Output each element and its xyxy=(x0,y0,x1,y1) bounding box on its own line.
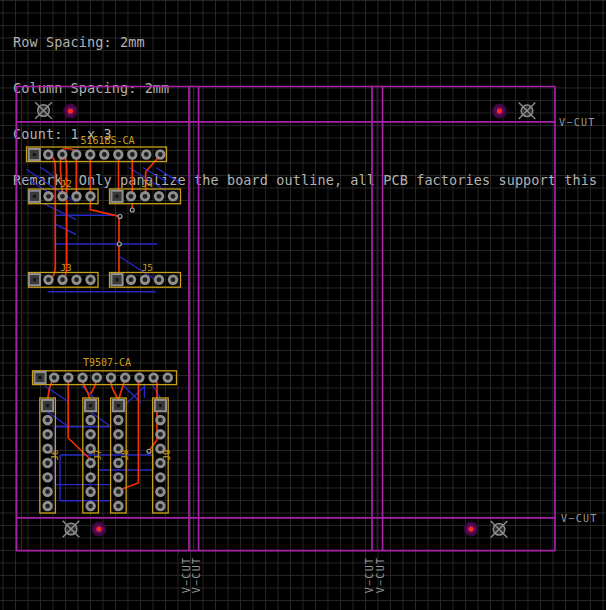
pad-hole xyxy=(144,152,149,157)
pad-hole xyxy=(116,489,121,494)
pad-hole xyxy=(158,152,163,157)
pad-hole xyxy=(137,375,142,380)
pad-hole xyxy=(45,475,50,480)
pad-hole xyxy=(171,194,176,199)
pad-hole xyxy=(157,194,162,199)
pad-hole xyxy=(115,278,119,282)
pad-hole xyxy=(88,432,93,437)
pad-hole xyxy=(115,195,119,199)
pad-hole xyxy=(89,404,93,408)
mounting-hole-center xyxy=(68,108,73,113)
pad-hole xyxy=(88,504,93,509)
component-label-J3[interactable]: J3 xyxy=(60,262,71,273)
pad-hole xyxy=(130,152,135,157)
pad-hole xyxy=(143,277,148,282)
pad-hole xyxy=(102,152,107,157)
trace-top-layer[interactable] xyxy=(90,155,119,280)
via[interactable] xyxy=(147,449,151,453)
component-label-5161BS-CA[interactable]: 5161BS-CA xyxy=(80,135,134,146)
component-label-J7[interactable]: J7 xyxy=(93,450,103,461)
pad-hole xyxy=(46,277,51,282)
via[interactable] xyxy=(130,208,134,212)
pad-hole xyxy=(116,475,121,480)
pad-hole xyxy=(46,152,51,157)
component-label-J8[interactable]: J8 xyxy=(120,450,130,461)
component-label-J5[interactable]: J5 xyxy=(142,262,153,273)
mounting-hole-center xyxy=(497,108,502,113)
pad-hole xyxy=(158,489,163,494)
pad-hole xyxy=(33,153,37,157)
component-label-T9507-CA[interactable]: T9507-CA xyxy=(83,357,131,368)
pad-hole xyxy=(33,278,37,282)
pad-hole xyxy=(129,277,134,282)
trace-bottom-layer[interactable] xyxy=(126,386,145,404)
pad-hole xyxy=(45,432,50,437)
v-cut-label-bottom-2[interactable]: V−CUT xyxy=(364,557,375,594)
pad-hole xyxy=(66,375,71,380)
pad-hole xyxy=(60,277,65,282)
pad-hole xyxy=(88,194,93,199)
pad-hole xyxy=(94,375,99,380)
trace-bottom-layer[interactable] xyxy=(44,204,76,220)
pad-hole xyxy=(165,375,170,380)
pad-hole xyxy=(117,404,121,408)
pad-hole xyxy=(45,418,50,423)
component-label-J4[interactable]: J4 xyxy=(142,178,154,189)
pad-hole xyxy=(171,277,176,282)
pad-hole xyxy=(151,375,156,380)
pad-hole xyxy=(88,418,93,423)
pcb-editor-canvas[interactable]: Row Spacing: 2mm Column Spacing: 2mm Cou… xyxy=(0,0,606,610)
pad-hole xyxy=(74,194,79,199)
pad-hole xyxy=(60,152,65,157)
board-drawing[interactable]: 5161BS-CAJ2J4J3J5T9507-CAJ6J7J8J9V−CUTV−… xyxy=(0,0,606,610)
pad-hole xyxy=(158,475,163,480)
pad-hole xyxy=(129,194,134,199)
via[interactable] xyxy=(117,242,121,246)
v-cut-label-bottom-3[interactable]: V−CUT xyxy=(375,557,386,594)
pad-hole xyxy=(116,432,121,437)
mounting-hole-center xyxy=(96,526,101,531)
pad-hole xyxy=(88,489,93,494)
pad-hole xyxy=(45,489,50,494)
pad-hole xyxy=(88,152,93,157)
v-cut-label-right-1[interactable]: V−CUT xyxy=(561,513,598,524)
mounting-hole-center xyxy=(468,526,473,531)
pad-hole xyxy=(45,504,50,509)
pad-hole xyxy=(80,375,85,380)
pad-hole xyxy=(157,277,162,282)
pad-hole xyxy=(116,504,121,509)
pad-hole xyxy=(46,404,50,408)
pad-hole xyxy=(52,375,57,380)
component-label-J6[interactable]: J6 xyxy=(50,450,60,461)
pad-hole xyxy=(109,375,114,380)
pad-hole xyxy=(74,277,79,282)
pad-hole xyxy=(88,277,93,282)
pad-hole xyxy=(158,432,163,437)
pad-hole xyxy=(116,152,121,157)
pad-hole xyxy=(159,404,163,408)
component-label-J9[interactable]: J9 xyxy=(162,450,172,461)
pad-hole xyxy=(38,376,42,380)
v-cut-label-right-0[interactable]: V−CUT xyxy=(559,117,596,128)
component-label-J2[interactable]: J2 xyxy=(60,178,71,189)
pad-hole xyxy=(88,475,93,480)
pad-hole xyxy=(158,504,163,509)
pad-hole xyxy=(46,194,51,199)
pad-hole xyxy=(74,152,79,157)
pad-hole xyxy=(60,194,65,199)
pad-hole xyxy=(33,195,37,199)
pad-hole xyxy=(158,418,163,423)
trace-bottom-layer[interactable] xyxy=(156,168,181,184)
pad-hole xyxy=(116,418,121,423)
pad-hole xyxy=(143,194,148,199)
pad-hole xyxy=(123,375,128,380)
via[interactable] xyxy=(118,215,122,219)
trace-bottom-layer[interactable] xyxy=(40,167,56,178)
v-cut-label-bottom-1[interactable]: V−CUT xyxy=(191,557,202,594)
